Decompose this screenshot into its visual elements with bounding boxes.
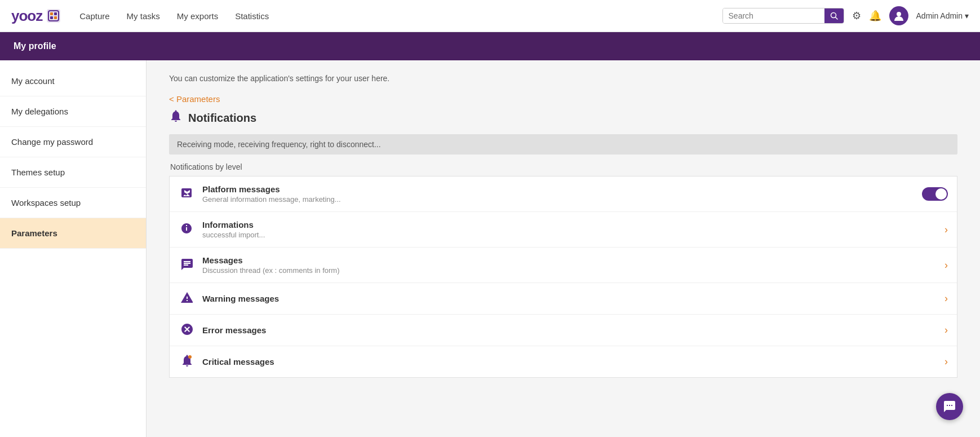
informations-title: Informations bbox=[202, 220, 944, 229]
notification-row-warning-messages[interactable]: Warning messages › bbox=[170, 283, 957, 315]
nav-links: Capture My tasks My exports Statistics bbox=[79, 11, 705, 21]
logo[interactable]: yooz bbox=[11, 7, 63, 25]
nav-right: ⚙ 🔔 Admin Admin ▾ bbox=[722, 6, 969, 25]
sidebar-item-change-password[interactable]: Change my password bbox=[0, 127, 146, 157]
sidebar-item-my-delegations[interactable]: My delegations bbox=[0, 96, 146, 127]
notifications-title: Notifications bbox=[188, 112, 256, 125]
messages-text: Messages Discussion thread (ex : comment… bbox=[202, 255, 944, 275]
messages-chevron-area: › bbox=[944, 259, 948, 271]
notifications-by-level-label: Notifications by level bbox=[169, 162, 957, 171]
notification-row-error-messages[interactable]: Error messages › bbox=[170, 315, 957, 346]
error-messages-text: Error messages bbox=[202, 325, 944, 335]
messages-title: Messages bbox=[202, 255, 944, 265]
chevron-down-icon: ▾ bbox=[965, 11, 969, 20]
messages-chevron-right-icon: › bbox=[944, 259, 948, 271]
critical-messages-icon bbox=[179, 354, 194, 369]
platform-messages-toggle[interactable] bbox=[922, 187, 948, 201]
sidebar-item-my-account[interactable]: My account bbox=[0, 66, 146, 96]
logo-text: yooz bbox=[11, 7, 42, 25]
search-button[interactable] bbox=[824, 8, 844, 23]
profile-banner-title: My profile bbox=[14, 41, 56, 51]
critical-messages-chevron-area: › bbox=[944, 356, 948, 368]
notifications-header: Notifications bbox=[169, 109, 957, 126]
notifications-bell-icon bbox=[169, 109, 183, 126]
error-messages-chevron-right-icon: › bbox=[944, 324, 948, 336]
warning-messages-icon bbox=[179, 291, 194, 306]
notification-row-critical-messages[interactable]: Critical messages › bbox=[170, 346, 957, 377]
error-messages-icon bbox=[179, 323, 194, 338]
gear-icon[interactable]: ⚙ bbox=[852, 10, 861, 22]
informations-icon bbox=[179, 222, 194, 237]
warning-messages-chevron-right-icon: › bbox=[944, 293, 948, 304]
sidebar-item-parameters[interactable]: Parameters bbox=[0, 218, 146, 249]
logo-icon bbox=[45, 7, 63, 25]
messages-sub: Discussion thread (ex : comments in form… bbox=[202, 266, 944, 275]
critical-messages-text: Critical messages bbox=[202, 357, 944, 367]
bell-icon[interactable]: 🔔 bbox=[869, 10, 881, 22]
sidebar-item-workspaces-setup[interactable]: Workspaces setup bbox=[0, 188, 146, 218]
chat-button[interactable] bbox=[936, 393, 963, 420]
svg-point-9 bbox=[188, 355, 192, 359]
search-icon bbox=[830, 12, 838, 20]
topnav: yooz Capture My tasks My exports Statist… bbox=[0, 0, 980, 32]
warning-messages-title: Warning messages bbox=[202, 294, 944, 303]
content-area: You can customize the application's sett… bbox=[147, 60, 980, 437]
informations-text: Informations successful import... bbox=[202, 220, 944, 239]
informations-sub: successful import... bbox=[202, 231, 944, 239]
nav-my-tasks[interactable]: My tasks bbox=[127, 11, 160, 21]
back-link[interactable]: < Parameters bbox=[169, 94, 220, 104]
notification-row-informations[interactable]: Informations successful import... › bbox=[170, 212, 957, 248]
svg-rect-2 bbox=[50, 12, 53, 15]
warning-messages-chevron-area: › bbox=[944, 293, 948, 304]
nav-my-exports[interactable]: My exports bbox=[177, 11, 218, 21]
nav-statistics[interactable]: Statistics bbox=[235, 11, 269, 21]
main-layout: My account My delegations Change my pass… bbox=[0, 60, 980, 437]
platform-messages-title: Platform messages bbox=[202, 184, 922, 194]
svg-point-8 bbox=[897, 12, 901, 16]
receiving-mode-bar: Receiving mode, receiving frequency, rig… bbox=[169, 134, 957, 155]
avatar[interactable] bbox=[889, 6, 908, 25]
search-input[interactable] bbox=[723, 8, 824, 23]
svg-line-7 bbox=[835, 17, 837, 20]
critical-messages-chevron-right-icon: › bbox=[944, 356, 948, 368]
profile-banner: My profile bbox=[0, 32, 980, 60]
search-box bbox=[722, 8, 844, 24]
platform-messages-text: Platform messages General information me… bbox=[202, 184, 922, 204]
nav-capture[interactable]: Capture bbox=[79, 11, 109, 21]
chat-icon bbox=[943, 400, 956, 413]
svg-rect-5 bbox=[54, 16, 57, 19]
sidebar-item-themes-setup[interactable]: Themes setup bbox=[0, 157, 146, 188]
error-messages-title: Error messages bbox=[202, 325, 944, 335]
messages-icon bbox=[179, 258, 194, 273]
notification-row-platform-messages[interactable]: Platform messages General information me… bbox=[170, 176, 957, 212]
platform-messages-icon bbox=[179, 187, 194, 202]
content-description: You can customize the application's sett… bbox=[169, 74, 957, 83]
svg-rect-3 bbox=[54, 12, 57, 15]
informations-chevron-area: › bbox=[944, 224, 948, 236]
user-name[interactable]: Admin Admin ▾ bbox=[916, 11, 969, 20]
platform-messages-toggle-area bbox=[922, 187, 948, 201]
platform-messages-sub: General information message, marketing..… bbox=[202, 195, 922, 204]
critical-messages-title: Critical messages bbox=[202, 357, 944, 367]
notification-card: Platform messages General information me… bbox=[169, 176, 957, 378]
error-messages-chevron-area: › bbox=[944, 324, 948, 336]
warning-messages-text: Warning messages bbox=[202, 294, 944, 303]
sidebar: My account My delegations Change my pass… bbox=[0, 60, 147, 437]
avatar-icon bbox=[893, 10, 905, 22]
notification-row-messages[interactable]: Messages Discussion thread (ex : comment… bbox=[170, 248, 957, 283]
informations-chevron-right-icon: › bbox=[944, 224, 948, 236]
svg-rect-4 bbox=[50, 16, 53, 19]
